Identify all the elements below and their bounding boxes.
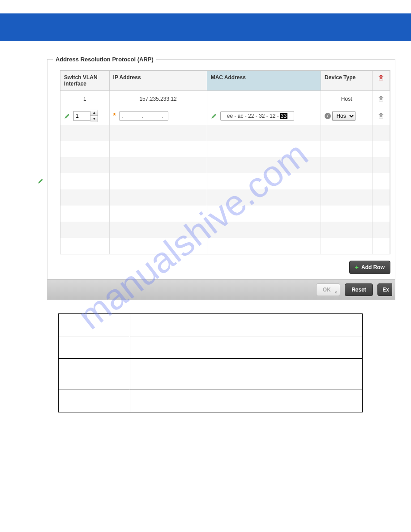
doc-description-table	[58, 313, 363, 412]
cell-ip: 157.235.233.12	[109, 91, 207, 107]
dialog-footer: OK× Reset Ex	[47, 279, 395, 300]
cell-delete	[372, 107, 390, 125]
pencil-icon[interactable]	[64, 113, 70, 119]
cell-mac-edit: ee - ac - 22 - 32 - 12 - 33	[207, 107, 321, 125]
close-x-icon: ×	[334, 290, 337, 295]
col-header-vlan[interactable]: Switch VLAN Interface	[60, 71, 109, 91]
mac-prefix: ee - ac - 22 - 32 - 12 -	[227, 113, 279, 119]
trash-icon[interactable]	[378, 95, 384, 102]
trash-icon[interactable]	[378, 112, 384, 119]
col-header-device[interactable]: Device Type	[321, 71, 372, 91]
pencil-icon[interactable]	[211, 113, 217, 119]
panel-title: Address Resolution Protocol (ARP)	[53, 56, 156, 63]
cell-device-edit: i Host	[321, 107, 372, 125]
add-row-button[interactable]: + Add Row	[349, 261, 390, 274]
extra-button[interactable]: Ex	[377, 283, 392, 296]
reset-button[interactable]: Reset	[345, 283, 373, 296]
table-row: 1 157.235.233.12 Host	[60, 91, 390, 107]
col-header-delete[interactable]	[372, 71, 390, 91]
cell-delete	[372, 91, 390, 107]
add-row-bar: + Add Row	[47, 258, 395, 278]
ip-input[interactable]	[119, 111, 168, 121]
cell-ip-edit: *	[109, 107, 207, 125]
cell-device: Host	[321, 91, 372, 107]
col-header-ip[interactable]: IP Address	[109, 71, 207, 91]
device-type-select[interactable]: Host	[332, 111, 355, 121]
info-icon[interactable]: i	[325, 113, 331, 119]
trash-icon[interactable]	[378, 74, 384, 81]
plus-icon: +	[355, 264, 359, 271]
pencil-icon[interactable]	[38, 178, 44, 184]
table-header-row: Switch VLAN Interface IP Address MAC Add…	[60, 71, 390, 91]
add-row-label: Add Row	[361, 264, 385, 270]
cell-vlan-edit: ▲ ▼	[60, 107, 109, 125]
cell-vlan: 1	[60, 91, 109, 107]
ok-button[interactable]: OK×	[316, 283, 340, 296]
arp-table: Switch VLAN Interface IP Address MAC Add…	[60, 70, 390, 254]
vlan-step-down[interactable]: ▼	[90, 116, 98, 122]
cell-mac	[207, 91, 321, 107]
arp-panel: Address Resolution Protocol (ARP) Switch…	[47, 59, 395, 300]
vlan-step-up[interactable]: ▲	[90, 110, 98, 116]
vlan-input[interactable]	[73, 111, 90, 121]
mac-last-octet: 33	[280, 113, 287, 119]
required-star-icon: *	[113, 112, 116, 120]
col-header-mac[interactable]: MAC Address	[207, 71, 321, 91]
mac-input[interactable]: ee - ac - 22 - 32 - 12 - 33	[220, 111, 294, 121]
top-header-bar	[0, 13, 411, 41]
table-edit-row: ▲ ▼ *	[60, 107, 390, 125]
